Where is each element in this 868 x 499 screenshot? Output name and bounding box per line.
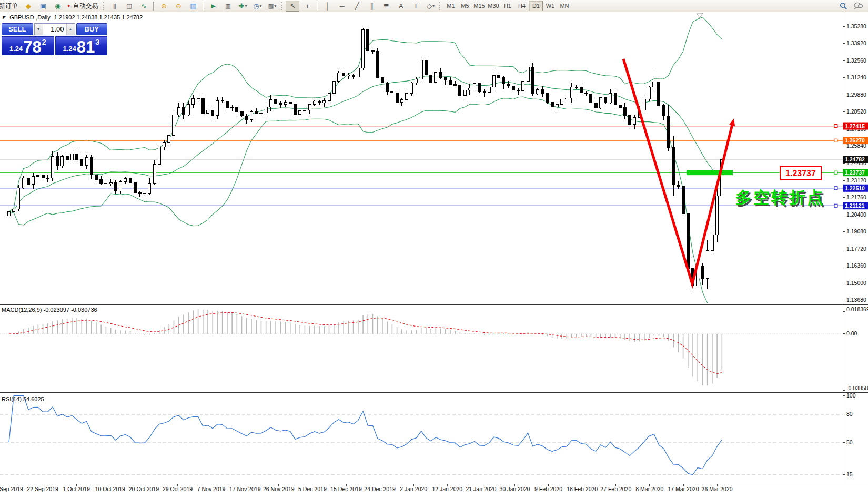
yellow-tool-icon[interactable]: ◆ xyxy=(22,1,35,12)
line-chart-icon[interactable]: ∿ xyxy=(137,1,150,12)
candle-body xyxy=(667,116,670,148)
bar-chart-icon[interactable]: ||| xyxy=(107,1,121,12)
search-icon[interactable] xyxy=(836,1,850,12)
volume-control: ▼ ▲ xyxy=(34,23,75,35)
volume-up-button[interactable]: ▲ xyxy=(66,24,75,35)
autotrading-button[interactable]: ● 自动交易 xyxy=(66,1,100,12)
editor-icon[interactable]: ▣ xyxy=(36,1,50,12)
horizontal-line-icon[interactable]: ─ xyxy=(335,1,349,12)
volume-down-button[interactable]: ▼ xyxy=(35,24,43,35)
macd-pane xyxy=(0,309,843,386)
vertical-line-icon[interactable]: │ xyxy=(320,1,334,12)
candle-body xyxy=(658,82,660,106)
candle-body xyxy=(192,99,195,105)
sell-price[interactable]: 1.24782 xyxy=(2,36,54,55)
tab-m15[interactable]: M15 xyxy=(472,1,486,11)
candle-body xyxy=(473,84,476,88)
new-chart-icon[interactable]: ▶ xyxy=(206,1,220,12)
text-icon[interactable]: A xyxy=(394,1,408,12)
candle-body xyxy=(400,99,403,102)
periods-icon[interactable]: ◷▾ xyxy=(250,1,264,12)
zoom-in-icon[interactable]: ⊕ xyxy=(157,1,170,12)
date-label: 5 Dec 2019 xyxy=(298,486,327,492)
tab-m5[interactable]: M5 xyxy=(458,1,472,11)
candle-body xyxy=(342,73,345,76)
rsi-line xyxy=(9,396,722,475)
tab-m30[interactable]: M30 xyxy=(486,1,500,11)
support-highlight-bar[interactable] xyxy=(687,170,733,175)
price-chart-canvas[interactable]: 1.23737多空转折点多空转折点1.352801.339201.325601.… xyxy=(0,0,868,499)
candle-body xyxy=(420,60,422,79)
candle-body xyxy=(17,188,20,209)
level-anchor[interactable] xyxy=(834,171,837,174)
zoom-out-icon[interactable]: ⊖ xyxy=(171,1,185,12)
date-label: 1 Oct 2019 xyxy=(63,486,90,492)
date-label: 17 Nov 2019 xyxy=(229,486,261,492)
new-order-button[interactable]: 新订单 xyxy=(0,1,21,12)
shapes-icon[interactable]: ◇▾ xyxy=(423,1,437,12)
candle-body xyxy=(76,154,78,160)
tab-d1[interactable]: D1 xyxy=(529,1,543,11)
cursor-icon[interactable]: ↖ xyxy=(286,1,299,12)
fibonacci-icon[interactable]: ≣ xyxy=(379,1,393,12)
one-click-collapse-icon[interactable]: ◤ xyxy=(3,15,6,20)
candle-body xyxy=(22,178,25,188)
trendline-icon[interactable]: ╱ xyxy=(350,1,364,12)
candle-body xyxy=(221,101,224,101)
tab-h1[interactable]: H1 xyxy=(500,1,514,11)
candles xyxy=(8,26,723,291)
candle-body xyxy=(711,235,713,250)
channel-icon[interactable]: ∥ xyxy=(365,1,378,12)
toolbar-handle[interactable] xyxy=(439,2,442,10)
candle-body xyxy=(51,156,54,178)
buy-price[interactable]: 1.24813 xyxy=(55,36,108,55)
macd-zero-label: 0.00 xyxy=(846,330,857,337)
candle-body xyxy=(313,101,316,105)
level-anchor[interactable] xyxy=(834,139,837,142)
level-anchor[interactable] xyxy=(834,187,837,190)
candle-body xyxy=(435,72,437,83)
candle-body xyxy=(648,87,651,99)
candle-body xyxy=(37,175,39,176)
candle-body xyxy=(449,80,452,84)
sell-button[interactable]: SELL xyxy=(2,23,33,35)
candle-body xyxy=(629,116,631,125)
chat-icon[interactable] xyxy=(851,1,865,12)
candle-body xyxy=(119,182,122,191)
tile-windows-icon[interactable]: ▦ xyxy=(186,1,200,12)
candlestick-icon[interactable]: ◫ xyxy=(122,1,136,12)
candle-body xyxy=(362,29,365,68)
tab-h4[interactable]: H4 xyxy=(514,1,529,11)
macd-signal-line xyxy=(9,313,722,374)
tab-w1[interactable]: W1 xyxy=(543,1,557,11)
toolbar-handle[interactable] xyxy=(281,2,284,10)
profiles-icon[interactable]: ▥ xyxy=(221,1,235,12)
text-label-icon[interactable]: T xyxy=(409,1,422,12)
toolbar-handle[interactable] xyxy=(103,2,105,10)
templates-icon[interactable]: ▧▾ xyxy=(265,1,279,12)
candle-body xyxy=(352,75,355,77)
signals-icon[interactable]: ◉ xyxy=(51,1,65,12)
level-anchor[interactable] xyxy=(834,125,837,128)
buy-button[interactable]: BUY xyxy=(76,23,108,35)
candle-body xyxy=(371,51,374,52)
date-label: 2 Jan 2020 xyxy=(400,486,427,492)
candle-body xyxy=(517,90,520,91)
turning-point-annotation[interactable]: 多空转折点 xyxy=(735,188,825,207)
candle-body xyxy=(245,116,248,120)
tab-mn[interactable]: MN xyxy=(557,1,571,11)
candle-body xyxy=(105,183,107,184)
trend-arrow-head xyxy=(729,118,735,126)
candle-body xyxy=(265,107,267,113)
tab-m1[interactable]: M1 xyxy=(443,1,458,11)
candle-body xyxy=(129,178,132,182)
level-anchor[interactable] xyxy=(834,204,837,207)
price-tick-label: 1.23120 xyxy=(846,177,866,184)
candle-body xyxy=(182,107,185,115)
indicators-icon[interactable]: ✚▾ xyxy=(236,1,249,12)
crosshair-icon[interactable]: + xyxy=(300,1,314,12)
candle-body xyxy=(381,77,383,83)
volume-input[interactable] xyxy=(43,24,66,35)
candle-body xyxy=(478,84,481,91)
date-label: 10 Oct 2019 xyxy=(95,486,125,492)
